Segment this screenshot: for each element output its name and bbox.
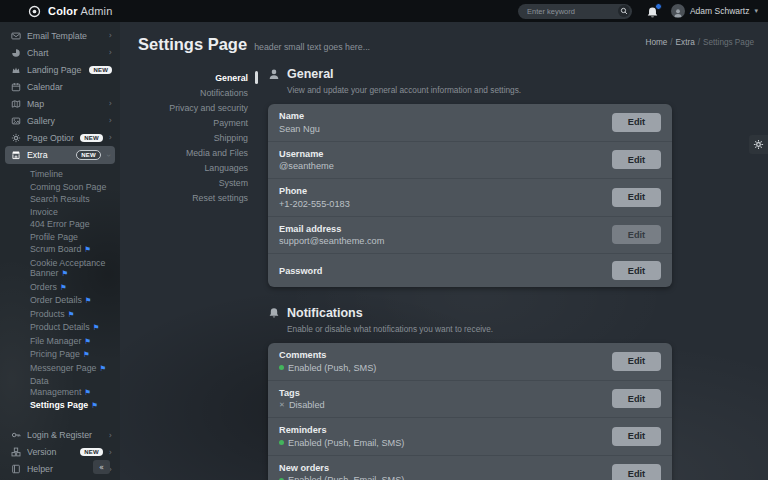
highlight-flag-icon: ⚑ <box>84 388 91 397</box>
submenu-item-profile-page[interactable]: Profile Page <box>0 231 120 244</box>
highlight-flag-icon: ⚑ <box>100 364 107 373</box>
theme-panel-toggle-button[interactable] <box>749 135 768 154</box>
settings-nav-languages[interactable]: Languages <box>138 160 258 175</box>
submenu-item-orders[interactable]: Orders⚑ <box>0 281 120 295</box>
section-notifications: Notifications Enable or disable what not… <box>268 306 672 480</box>
settings-nav-general[interactable]: General <box>138 70 258 85</box>
sidebar-item-gallery[interactable]: Gallery › <box>0 112 120 129</box>
sidebar-item-login-register[interactable]: Login & Register › <box>0 427 120 444</box>
sidebar-item-map[interactable]: Map › <box>0 95 120 112</box>
sidebar-item-email-template[interactable]: Email Template › <box>0 27 120 44</box>
row-phone: Phone +1-202-555-0183 Edit <box>268 178 672 216</box>
edit-reminders-button[interactable]: Edit <box>612 427 661 446</box>
submenu-item-scrum-board[interactable]: Scrum Board⚑ <box>0 243 120 257</box>
edit-name-button[interactable]: Edit <box>612 113 661 132</box>
submenu-item-cookie-acceptance-banner[interactable]: Cookie Acceptance Banner⚑ <box>0 257 120 281</box>
new-badge: NEW <box>76 150 101 160</box>
breadcrumb: Home/Extra/Settings Page <box>645 38 754 47</box>
notifications-button[interactable] <box>646 5 659 18</box>
caret-down-icon: ▾ <box>754 7 758 15</box>
calendar-icon <box>11 82 21 92</box>
highlight-flag-icon: ⚑ <box>68 310 75 319</box>
store-icon <box>11 150 21 160</box>
enabled-dot <box>279 365 284 370</box>
submenu-item-data-management[interactable]: Data Management⚑ <box>0 375 120 399</box>
submenu-item-pricing-page[interactable]: Pricing Page⚑ <box>0 348 120 362</box>
highlight-flag-icon: ⚑ <box>85 296 92 305</box>
search-icon <box>620 7 628 15</box>
chevron-right-icon: › <box>109 431 112 440</box>
settings-nav-shipping[interactable]: Shipping <box>138 130 258 145</box>
sidebar-item-calendar[interactable]: Calendar <box>0 78 120 95</box>
sidebar-item-version[interactable]: Version NEW › <box>0 444 120 461</box>
enabled-dot <box>279 440 284 445</box>
general-card: Name Sean Ngu Edit Username @seantheme E… <box>268 104 672 287</box>
avatar <box>671 4 685 18</box>
edit-email-button[interactable]: Edit <box>612 225 661 244</box>
section-desc: Enable or disable what notifications you… <box>287 324 672 334</box>
page-title: Settings Page <box>138 35 247 54</box>
person-icon <box>268 68 280 80</box>
main-content: Settings Page header small text goes her… <box>120 22 768 480</box>
row-name: Name Sean Ngu Edit <box>268 104 672 141</box>
highlight-flag-icon: ⚑ <box>93 323 100 332</box>
notification-badge <box>655 3 662 10</box>
row-email: Email address support@seantheme.com Edit <box>268 216 672 254</box>
chevron-right-icon: › <box>109 48 112 57</box>
chevron-right-icon: › <box>109 116 112 125</box>
settings-nav-media-files[interactable]: Media and Files <box>138 145 258 160</box>
edit-comments-button[interactable]: Edit <box>612 352 661 371</box>
submenu-item-product-details[interactable]: Product Details⚑ <box>0 321 120 335</box>
sidebar-item-chart[interactable]: Chart › <box>0 44 120 61</box>
section-title: General <box>287 67 334 81</box>
settings-nav-notifications[interactable]: Notifications <box>138 85 258 100</box>
submenu-item-settings-page[interactable]: Settings Page⚑ <box>0 399 120 413</box>
top-navbar: Color Admin Adam Schwartz ▾ <box>0 0 768 22</box>
new-badge: NEW <box>89 66 112 74</box>
envelope-icon <box>11 31 21 41</box>
highlight-flag-icon: ⚑ <box>83 350 90 359</box>
settings-nav-payment[interactable]: Payment <box>138 115 258 130</box>
image-icon <box>11 116 21 126</box>
user-menu[interactable]: Adam Schwartz ▾ <box>671 4 758 18</box>
sidebar-collapse-button[interactable]: « <box>93 460 110 474</box>
edit-phone-button[interactable]: Edit <box>612 188 661 207</box>
submenu-item-coming-soon-page[interactable]: Coming Soon Page <box>0 181 120 194</box>
sidebar-item-landing-page[interactable]: Landing Page NEW <box>0 61 120 78</box>
pie-chart-icon <box>11 48 21 58</box>
submenu-item-invoice[interactable]: Invoice <box>0 206 120 219</box>
row-password: Password Edit <box>268 253 672 287</box>
edit-new-orders-button[interactable]: Edit <box>612 464 661 480</box>
edit-password-button[interactable]: Edit <box>612 261 661 280</box>
notifications-card: Comments Enabled (Push, SMS) Edit Tags ✕… <box>268 343 672 480</box>
disabled-mark-icon: ✕ <box>279 403 285 408</box>
section-general: General View and update your general acc… <box>268 67 672 287</box>
sidebar-item-page-options[interactable]: Page Options NEW › <box>0 129 120 146</box>
sidebar-item-extra[interactable]: Extra NEW › <box>5 146 115 164</box>
submenu-item-products[interactable]: Products⚑ <box>0 308 120 322</box>
search-button[interactable] <box>618 5 630 17</box>
settings-nav-privacy[interactable]: Privacy and security <box>138 100 258 115</box>
settings-nav-system[interactable]: System <box>138 175 258 190</box>
breadcrumb-home[interactable]: Home <box>645 38 667 47</box>
brand-logo[interactable]: Color Admin <box>28 5 113 18</box>
submenu-item-404-error-page[interactable]: 404 Error Page <box>0 218 120 231</box>
settings-nav-reset-settings[interactable]: Reset settings <box>138 190 258 205</box>
submenu-item-file-manager[interactable]: File Manager⚑ <box>0 335 120 349</box>
submenu-item-order-details[interactable]: Order Details⚑ <box>0 294 120 308</box>
new-badge: NEW <box>80 448 103 456</box>
search-input[interactable] <box>527 7 618 16</box>
extra-submenu: Timeline Coming Soon Page Search Results… <box>0 164 120 415</box>
edit-username-button[interactable]: Edit <box>612 150 661 169</box>
breadcrumb-extra[interactable]: Extra <box>676 38 695 47</box>
submenu-item-search-results[interactable]: Search Results <box>0 193 120 206</box>
submenu-item-timeline[interactable]: Timeline <box>0 168 120 181</box>
submenu-item-messenger-page[interactable]: Messenger Page⚑ <box>0 362 120 376</box>
row-comments: Comments Enabled (Push, SMS) Edit <box>268 343 672 380</box>
brand-target-icon <box>28 5 41 18</box>
highlight-flag-icon: ⚑ <box>60 283 67 292</box>
map-icon <box>11 99 21 109</box>
edit-tags-button[interactable]: Edit <box>612 389 661 408</box>
bell-icon <box>268 307 280 319</box>
crown-icon <box>11 65 21 75</box>
